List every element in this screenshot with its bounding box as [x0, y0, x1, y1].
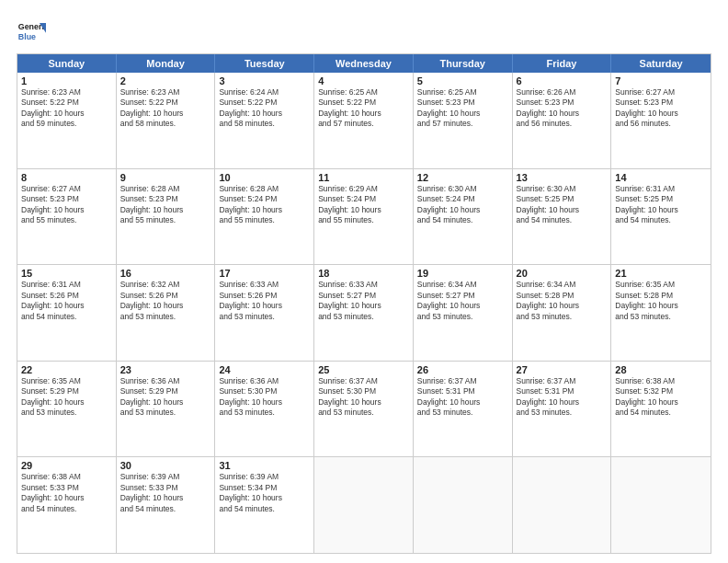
calendar-row-4: 22Sunrise: 6:35 AM Sunset: 5:29 PM Dayli…	[17, 361, 711, 457]
day-number: 29	[21, 460, 112, 471]
calendar-cell-day-22: 22Sunrise: 6:35 AM Sunset: 5:29 PM Dayli…	[17, 362, 117, 457]
calendar: SundayMondayTuesdayWednesdayThursdayFrid…	[17, 53, 711, 554]
day-number: 9	[120, 172, 211, 183]
day-number: 2	[120, 75, 211, 86]
calendar-cell-day-25: 25Sunrise: 6:37 AM Sunset: 5:30 PM Dayli…	[314, 362, 414, 457]
calendar-body: 1Sunrise: 6:23 AM Sunset: 5:22 PM Daylig…	[17, 73, 711, 553]
calendar-cell-day-1: 1Sunrise: 6:23 AM Sunset: 5:22 PM Daylig…	[17, 73, 117, 168]
day-number: 30	[120, 460, 211, 471]
calendar-cell-day-28: 28Sunrise: 6:38 AM Sunset: 5:32 PM Dayli…	[611, 362, 711, 457]
calendar-cell-day-7: 7Sunrise: 6:27 AM Sunset: 5:23 PM Daylig…	[611, 73, 711, 168]
day-number: 26	[417, 364, 508, 375]
header-cell-saturday: Saturday	[611, 54, 711, 73]
day-details: Sunrise: 6:27 AM Sunset: 5:23 PM Dayligh…	[615, 87, 678, 128]
day-number: 18	[318, 268, 409, 279]
calendar-cell-day-27: 27Sunrise: 6:37 AM Sunset: 5:31 PM Dayli…	[513, 362, 612, 457]
calendar-cell-day-10: 10Sunrise: 6:28 AM Sunset: 5:24 PM Dayli…	[215, 169, 314, 265]
calendar-cell-day-9: 9Sunrise: 6:28 AM Sunset: 5:23 PM Daylig…	[117, 169, 216, 265]
day-number: 7	[615, 75, 707, 86]
day-number: 4	[318, 75, 409, 86]
day-details: Sunrise: 6:28 AM Sunset: 5:24 PM Dayligh…	[219, 184, 282, 224]
day-number: 14	[615, 172, 707, 183]
calendar-cell-day-4: 4Sunrise: 6:25 AM Sunset: 5:22 PM Daylig…	[314, 73, 414, 168]
calendar-cell-day-29: 29Sunrise: 6:38 AM Sunset: 5:33 PM Dayli…	[17, 457, 117, 553]
day-number: 17	[219, 268, 310, 279]
day-details: Sunrise: 6:25 AM Sunset: 5:23 PM Dayligh…	[417, 87, 481, 128]
day-details: Sunrise: 6:35 AM Sunset: 5:29 PM Dayligh…	[21, 376, 85, 417]
calendar-cell-empty	[314, 457, 414, 553]
calendar-cell-day-12: 12Sunrise: 6:30 AM Sunset: 5:24 PM Dayli…	[414, 169, 513, 265]
calendar-cell-day-2: 2Sunrise: 6:23 AM Sunset: 5:22 PM Daylig…	[117, 73, 216, 168]
day-details: Sunrise: 6:36 AM Sunset: 5:30 PM Dayligh…	[219, 376, 282, 417]
calendar-cell-day-17: 17Sunrise: 6:33 AM Sunset: 5:26 PM Dayli…	[215, 265, 314, 361]
day-details: Sunrise: 6:23 AM Sunset: 5:22 PM Dayligh…	[120, 87, 184, 128]
day-details: Sunrise: 6:34 AM Sunset: 5:28 PM Dayligh…	[517, 280, 580, 320]
calendar-cell-day-30: 30Sunrise: 6:39 AM Sunset: 5:33 PM Dayli…	[117, 457, 216, 553]
day-number: 5	[417, 75, 508, 86]
day-number: 21	[615, 268, 707, 279]
day-details: Sunrise: 6:33 AM Sunset: 5:27 PM Dayligh…	[318, 280, 381, 320]
day-number: 11	[318, 172, 409, 183]
calendar-header-row: SundayMondayTuesdayWednesdayThursdayFrid…	[17, 54, 711, 73]
page-header: General Blue	[17, 17, 711, 46]
day-number: 23	[120, 364, 211, 375]
calendar-cell-day-23: 23Sunrise: 6:36 AM Sunset: 5:29 PM Dayli…	[117, 362, 216, 457]
header-cell-tuesday: Tuesday	[215, 54, 314, 73]
header-cell-wednesday: Wednesday	[314, 54, 414, 73]
day-number: 24	[219, 364, 310, 375]
day-details: Sunrise: 6:27 AM Sunset: 5:23 PM Dayligh…	[21, 184, 85, 224]
day-number: 22	[21, 364, 112, 375]
day-number: 12	[417, 172, 508, 183]
header-cell-monday: Monday	[117, 54, 216, 73]
calendar-cell-day-6: 6Sunrise: 6:26 AM Sunset: 5:23 PM Daylig…	[513, 73, 612, 168]
svg-text:Blue: Blue	[18, 32, 36, 41]
day-number: 13	[517, 172, 608, 183]
calendar-cell-empty	[513, 457, 612, 553]
day-details: Sunrise: 6:38 AM Sunset: 5:32 PM Dayligh…	[615, 376, 678, 417]
calendar-cell-day-14: 14Sunrise: 6:31 AM Sunset: 5:25 PM Dayli…	[611, 169, 711, 265]
header-cell-sunday: Sunday	[17, 54, 117, 73]
calendar-cell-day-5: 5Sunrise: 6:25 AM Sunset: 5:23 PM Daylig…	[414, 73, 513, 168]
day-number: 15	[21, 268, 112, 279]
day-number: 19	[417, 268, 508, 279]
calendar-row-1: 1Sunrise: 6:23 AM Sunset: 5:22 PM Daylig…	[17, 73, 711, 168]
calendar-cell-day-19: 19Sunrise: 6:34 AM Sunset: 5:27 PM Dayli…	[414, 265, 513, 361]
calendar-cell-day-21: 21Sunrise: 6:35 AM Sunset: 5:28 PM Dayli…	[611, 265, 711, 361]
day-number: 25	[318, 364, 409, 375]
day-number: 27	[517, 364, 608, 375]
day-details: Sunrise: 6:37 AM Sunset: 5:31 PM Dayligh…	[517, 376, 580, 417]
calendar-cell-day-20: 20Sunrise: 6:34 AM Sunset: 5:28 PM Dayli…	[513, 265, 612, 361]
day-number: 3	[219, 75, 310, 86]
calendar-row-3: 15Sunrise: 6:31 AM Sunset: 5:26 PM Dayli…	[17, 264, 711, 361]
calendar-cell-day-15: 15Sunrise: 6:31 AM Sunset: 5:26 PM Dayli…	[17, 265, 117, 361]
header-cell-friday: Friday	[513, 54, 612, 73]
day-details: Sunrise: 6:31 AM Sunset: 5:25 PM Dayligh…	[615, 184, 678, 224]
calendar-cell-day-31: 31Sunrise: 6:39 AM Sunset: 5:34 PM Dayli…	[215, 457, 314, 553]
calendar-row-2: 8Sunrise: 6:27 AM Sunset: 5:23 PM Daylig…	[17, 168, 711, 265]
day-details: Sunrise: 6:38 AM Sunset: 5:33 PM Dayligh…	[21, 472, 85, 512]
day-details: Sunrise: 6:39 AM Sunset: 5:33 PM Dayligh…	[120, 472, 184, 512]
day-details: Sunrise: 6:23 AM Sunset: 5:22 PM Dayligh…	[21, 87, 85, 128]
day-number: 10	[219, 172, 310, 183]
calendar-cell-day-18: 18Sunrise: 6:33 AM Sunset: 5:27 PM Dayli…	[314, 265, 414, 361]
calendar-cell-empty	[611, 457, 711, 553]
day-details: Sunrise: 6:26 AM Sunset: 5:23 PM Dayligh…	[517, 87, 580, 128]
day-details: Sunrise: 6:39 AM Sunset: 5:34 PM Dayligh…	[219, 472, 282, 512]
calendar-cell-day-16: 16Sunrise: 6:32 AM Sunset: 5:26 PM Dayli…	[117, 265, 216, 361]
day-details: Sunrise: 6:37 AM Sunset: 5:31 PM Dayligh…	[417, 376, 481, 417]
day-number: 28	[615, 364, 707, 375]
calendar-cell-day-13: 13Sunrise: 6:30 AM Sunset: 5:25 PM Dayli…	[513, 169, 612, 265]
day-details: Sunrise: 6:36 AM Sunset: 5:29 PM Dayligh…	[120, 376, 184, 417]
day-details: Sunrise: 6:30 AM Sunset: 5:25 PM Dayligh…	[517, 184, 580, 224]
day-details: Sunrise: 6:32 AM Sunset: 5:26 PM Dayligh…	[120, 280, 184, 320]
header-cell-thursday: Thursday	[414, 54, 513, 73]
day-details: Sunrise: 6:29 AM Sunset: 5:24 PM Dayligh…	[318, 184, 381, 224]
day-details: Sunrise: 6:30 AM Sunset: 5:24 PM Dayligh…	[417, 184, 481, 224]
day-number: 1	[21, 75, 112, 86]
logo: General Blue	[17, 17, 46, 46]
calendar-cell-day-8: 8Sunrise: 6:27 AM Sunset: 5:23 PM Daylig…	[17, 169, 117, 265]
calendar-row-5: 29Sunrise: 6:38 AM Sunset: 5:33 PM Dayli…	[17, 456, 711, 553]
day-details: Sunrise: 6:37 AM Sunset: 5:30 PM Dayligh…	[318, 376, 381, 417]
day-number: 16	[120, 268, 211, 279]
logo-icon: General Blue	[17, 17, 46, 46]
